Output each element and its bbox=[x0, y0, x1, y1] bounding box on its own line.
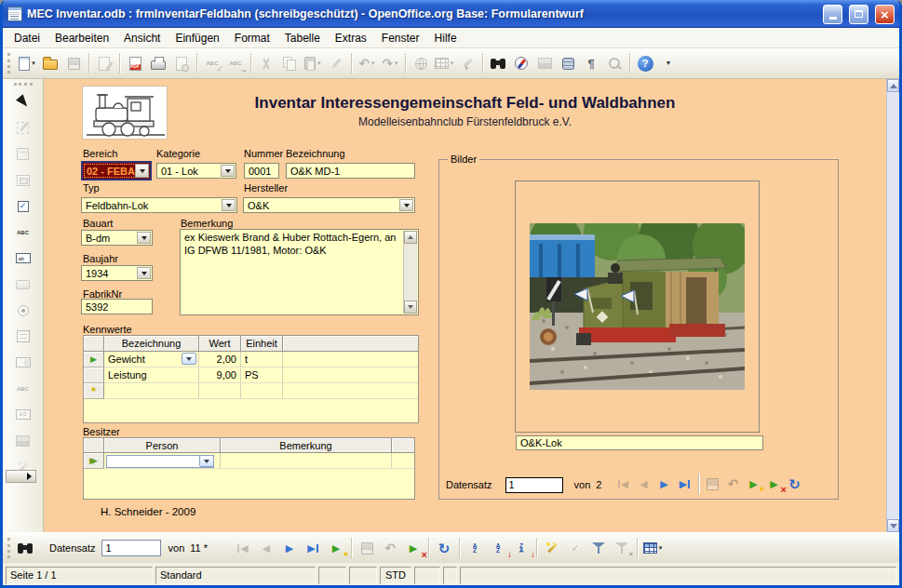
status-insert-mode[interactable]: STD bbox=[380, 567, 411, 584]
refresh-button[interactable]: ↻ bbox=[433, 537, 455, 559]
format-paintbrush-button[interactable] bbox=[325, 52, 347, 74]
bilder-undo-button[interactable]: ↶ bbox=[723, 474, 743, 494]
select-icon[interactable] bbox=[11, 90, 35, 114]
sort-button[interactable]: A Z bbox=[464, 537, 486, 559]
person-combobox[interactable] bbox=[106, 455, 214, 468]
bilder-previous-record-button[interactable]: ◀ bbox=[634, 474, 653, 494]
person-dropdown-button[interactable] bbox=[199, 455, 214, 467]
cell-bezeichnung[interactable]: Gewicht bbox=[104, 352, 199, 368]
sort-ascending-button[interactable]: A Z↓ bbox=[487, 537, 509, 559]
menu-datei[interactable]: Datei bbox=[7, 29, 47, 47]
draw-functions-button[interactable] bbox=[456, 52, 478, 74]
kennwerte-corner[interactable] bbox=[84, 336, 104, 352]
next-record-button[interactable]: ▶ bbox=[278, 537, 301, 559]
row-selector[interactable]: * bbox=[84, 383, 104, 399]
toolbar-drag-handle[interactable] bbox=[7, 53, 11, 74]
bilder-save-record-button[interactable] bbox=[703, 474, 722, 494]
list-box-icon[interactable] bbox=[11, 325, 35, 348]
locomotive-photo[interactable] bbox=[530, 223, 745, 390]
cell-dropdown-button[interactable] bbox=[182, 353, 196, 365]
bilder-last-record-button[interactable]: ▶ bbox=[675, 474, 694, 494]
first-record-button[interactable]: ◀ bbox=[232, 537, 254, 559]
hersteller-dropdown-button[interactable] bbox=[399, 199, 413, 211]
cell-einheit[interactable]: t bbox=[241, 352, 283, 368]
bilder-next-record-button[interactable]: ▶ bbox=[654, 474, 674, 494]
kennwerte-col-bezeichnung[interactable]: Bezeichnung bbox=[104, 336, 199, 352]
data-sources-button[interactable] bbox=[557, 52, 579, 74]
sort-descending-button[interactable]: Z A↓ bbox=[510, 537, 532, 559]
besitzer-col-person[interactable]: Person bbox=[104, 438, 221, 453]
bilder-first-record-button[interactable]: ◀ bbox=[613, 474, 633, 494]
nonprinting-characters-button[interactable]: ¶ bbox=[580, 52, 602, 74]
cell-einheit[interactable]: PS bbox=[241, 368, 283, 383]
bilder-delete-record-button[interactable]: ▶× bbox=[764, 474, 784, 494]
kategorie-combobox[interactable]: 01 - Lok bbox=[156, 163, 236, 179]
menu-hilfe[interactable]: Hilfe bbox=[427, 29, 464, 47]
cell-bemerkung[interactable] bbox=[221, 453, 392, 469]
previous-record-button[interactable]: ◀ bbox=[255, 537, 277, 559]
besitzer-corner[interactable] bbox=[84, 438, 104, 453]
new-record-button[interactable]: ▶★ bbox=[325, 537, 347, 559]
bezeichnung-field[interactable]: O&K MD-1 bbox=[286, 163, 415, 179]
zoom-button[interactable] bbox=[603, 52, 626, 74]
undo-data-button[interactable]: ↶ bbox=[379, 537, 401, 559]
nummer-field[interactable]: 0001 bbox=[244, 163, 279, 179]
bauart-dropdown-button[interactable] bbox=[137, 232, 151, 244]
menu-extras[interactable]: Extras bbox=[328, 29, 374, 47]
push-button-icon[interactable] bbox=[11, 273, 35, 296]
open-button[interactable] bbox=[39, 52, 61, 74]
find-replace-button[interactable] bbox=[487, 52, 509, 74]
bilder-refresh-button[interactable]: ↻ bbox=[785, 474, 804, 494]
last-record-button[interactable]: ▶ bbox=[302, 537, 324, 559]
bemerkung-scrollbar[interactable] bbox=[403, 231, 417, 314]
find-record-icon[interactable] bbox=[14, 537, 36, 559]
vertical-scrollbar[interactable] bbox=[886, 79, 899, 532]
paste-button[interactable]: ▾ bbox=[302, 52, 324, 74]
new-document-button[interactable]: ▾ bbox=[16, 52, 38, 74]
save-button[interactable] bbox=[62, 52, 85, 74]
toolbar-options-button[interactable]: ▾ bbox=[657, 52, 680, 74]
menu-einfuegen[interactable]: Einfügen bbox=[168, 29, 226, 47]
navigator-button[interactable] bbox=[510, 52, 532, 74]
edit-file-button[interactable] bbox=[93, 52, 115, 74]
scrollbar-up-icon[interactable] bbox=[887, 79, 899, 92]
table-row[interactable]: ▶▶ bbox=[84, 453, 414, 469]
autofilter-button[interactable] bbox=[541, 537, 563, 559]
menu-bearbeiten[interactable]: Bearbeiten bbox=[47, 29, 116, 47]
bereich-combobox[interactable]: 02 - FEBA bbox=[81, 161, 152, 180]
menu-ansicht[interactable]: Ansicht bbox=[116, 29, 168, 47]
form-properties-icon[interactable] bbox=[11, 168, 35, 192]
copy-button[interactable] bbox=[278, 52, 301, 74]
kategorie-dropdown-button[interactable] bbox=[221, 165, 235, 177]
sidebar-drag-handle[interactable] bbox=[14, 83, 33, 86]
gallery-button[interactable] bbox=[533, 52, 556, 74]
hersteller-combobox[interactable]: O&K bbox=[243, 197, 415, 213]
cell-person[interactable] bbox=[104, 453, 221, 469]
cut-button[interactable] bbox=[255, 52, 277, 74]
bemerkung-textarea[interactable]: ex Kieswerk Brand & Huber Rottach-Egern,… bbox=[180, 229, 419, 315]
label-icon[interactable]: ABC bbox=[11, 377, 35, 400]
bauart-combobox[interactable]: B-dm bbox=[81, 230, 153, 246]
delete-record-button[interactable]: ▶× bbox=[402, 537, 424, 559]
save-record-button[interactable] bbox=[356, 537, 378, 559]
cell-wert[interactable]: 9,00 bbox=[199, 368, 241, 383]
scroll-down-icon[interactable] bbox=[404, 301, 417, 314]
table-row-new[interactable]: * bbox=[84, 383, 418, 399]
baujahr-combobox[interactable]: 1934 bbox=[81, 265, 153, 281]
insert-table-button[interactable]: ▾ bbox=[433, 52, 455, 74]
typ-combobox[interactable]: Feldbahn-Lok bbox=[81, 197, 237, 213]
apply-filter-button[interactable]: ✓ bbox=[564, 537, 586, 559]
recordbar-drag-handle[interactable] bbox=[7, 538, 11, 558]
combo-box-icon[interactable] bbox=[11, 351, 35, 374]
minimize-button[interactable] bbox=[823, 5, 842, 24]
control-properties-icon[interactable] bbox=[11, 142, 35, 166]
table-row[interactable]: Leistung 9,00 PS bbox=[84, 368, 418, 383]
page-preview-button[interactable] bbox=[170, 52, 193, 74]
label-field-icon[interactable]: ABC bbox=[11, 220, 35, 244]
spellcheck-button[interactable]: ABC✓ bbox=[201, 52, 223, 74]
typ-dropdown-button[interactable] bbox=[222, 199, 236, 211]
maximize-button[interactable] bbox=[849, 5, 868, 24]
baujahr-dropdown-button[interactable] bbox=[137, 267, 151, 279]
cell-bezeichnung[interactable]: Leistung bbox=[104, 368, 199, 383]
menu-format[interactable]: Format bbox=[227, 29, 277, 47]
